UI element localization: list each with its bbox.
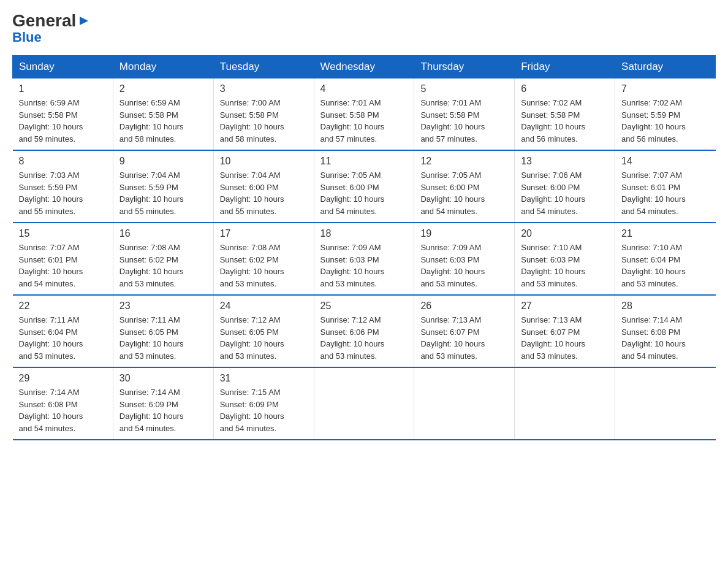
logo-blue: Blue <box>12 29 42 45</box>
calendar-cell: 22 Sunrise: 7:11 AM Sunset: 6:04 PM Dayl… <box>13 295 113 367</box>
calendar-cell: 2 Sunrise: 6:59 AM Sunset: 5:58 PM Dayli… <box>113 79 213 151</box>
calendar-cell: 21 Sunrise: 7:10 AM Sunset: 6:04 PM Dayl… <box>615 223 716 295</box>
day-number: 19 <box>420 228 508 239</box>
calendar-header-row: SundayMondayTuesdayWednesdayThursdayFrid… <box>13 56 716 79</box>
calendar-cell: 12 Sunrise: 7:05 AM Sunset: 6:00 PM Dayl… <box>414 150 515 223</box>
day-info: Sunrise: 7:09 AM Sunset: 6:03 PM Dayligh… <box>320 242 408 289</box>
day-number: 27 <box>521 301 609 312</box>
logo: General Blue <box>12 12 91 45</box>
day-info: Sunrise: 7:14 AM Sunset: 6:08 PM Dayligh… <box>621 314 709 362</box>
day-number: 26 <box>420 301 508 312</box>
calendar-cell: 26 Sunrise: 7:13 AM Sunset: 6:07 PM Dayl… <box>414 295 515 367</box>
calendar-cell: 16 Sunrise: 7:08 AM Sunset: 6:02 PM Dayl… <box>113 223 213 295</box>
page-header: General Blue <box>12 12 716 45</box>
week-row-5: 29 Sunrise: 7:14 AM Sunset: 6:08 PM Dayl… <box>13 367 716 440</box>
day-number: 2 <box>119 83 207 94</box>
header-thursday: Thursday <box>414 56 515 79</box>
day-number: 22 <box>19 301 107 312</box>
week-row-3: 15 Sunrise: 7:07 AM Sunset: 6:01 PM Dayl… <box>13 223 716 295</box>
day-number: 8 <box>19 156 107 167</box>
day-info: Sunrise: 7:05 AM Sunset: 6:00 PM Dayligh… <box>420 169 508 217</box>
calendar-cell <box>615 367 716 440</box>
day-info: Sunrise: 6:59 AM Sunset: 5:58 PM Dayligh… <box>119 97 207 145</box>
day-number: 9 <box>119 156 207 167</box>
calendar-cell: 5 Sunrise: 7:01 AM Sunset: 5:58 PM Dayli… <box>414 79 515 151</box>
day-number: 21 <box>621 228 709 239</box>
calendar-cell: 23 Sunrise: 7:11 AM Sunset: 6:05 PM Dayl… <box>113 295 213 367</box>
day-number: 17 <box>220 228 308 239</box>
day-number: 13 <box>521 156 609 167</box>
day-number: 11 <box>320 156 408 167</box>
calendar-cell <box>314 367 414 440</box>
day-info: Sunrise: 7:14 AM Sunset: 6:08 PM Dayligh… <box>19 386 107 434</box>
logo-triangle-icon <box>77 14 91 28</box>
day-info: Sunrise: 7:14 AM Sunset: 6:09 PM Dayligh… <box>119 386 207 434</box>
day-info: Sunrise: 6:59 AM Sunset: 5:58 PM Dayligh… <box>19 97 107 145</box>
day-number: 7 <box>621 83 709 94</box>
day-number: 4 <box>320 83 408 94</box>
day-info: Sunrise: 7:01 AM Sunset: 5:58 PM Dayligh… <box>320 97 408 145</box>
day-number: 18 <box>320 228 408 239</box>
calendar-cell: 29 Sunrise: 7:14 AM Sunset: 6:08 PM Dayl… <box>13 367 113 440</box>
day-info: Sunrise: 7:13 AM Sunset: 6:07 PM Dayligh… <box>420 314 508 362</box>
calendar-cell: 1 Sunrise: 6:59 AM Sunset: 5:58 PM Dayli… <box>13 79 113 151</box>
calendar-cell: 14 Sunrise: 7:07 AM Sunset: 6:01 PM Dayl… <box>615 150 716 223</box>
calendar-cell: 27 Sunrise: 7:13 AM Sunset: 6:07 PM Dayl… <box>515 295 615 367</box>
day-number: 10 <box>220 156 308 167</box>
header-saturday: Saturday <box>615 56 716 79</box>
header-tuesday: Tuesday <box>213 56 314 79</box>
header-friday: Friday <box>515 56 615 79</box>
day-info: Sunrise: 7:07 AM Sunset: 6:01 PM Dayligh… <box>19 242 107 289</box>
day-info: Sunrise: 7:12 AM Sunset: 6:06 PM Dayligh… <box>320 314 408 362</box>
day-number: 30 <box>119 373 207 384</box>
day-info: Sunrise: 7:00 AM Sunset: 5:58 PM Dayligh… <box>220 97 308 145</box>
day-info: Sunrise: 7:04 AM Sunset: 6:00 PM Dayligh… <box>220 169 308 217</box>
calendar-cell: 10 Sunrise: 7:04 AM Sunset: 6:00 PM Dayl… <box>213 150 314 223</box>
day-number: 14 <box>621 156 709 167</box>
day-info: Sunrise: 7:02 AM Sunset: 5:59 PM Dayligh… <box>621 97 709 145</box>
calendar-cell: 17 Sunrise: 7:08 AM Sunset: 6:02 PM Dayl… <box>213 223 314 295</box>
calendar-cell: 18 Sunrise: 7:09 AM Sunset: 6:03 PM Dayl… <box>314 223 414 295</box>
day-number: 29 <box>19 373 107 384</box>
week-row-1: 1 Sunrise: 6:59 AM Sunset: 5:58 PM Dayli… <box>13 79 716 151</box>
calendar-cell: 19 Sunrise: 7:09 AM Sunset: 6:03 PM Dayl… <box>414 223 515 295</box>
day-info: Sunrise: 7:09 AM Sunset: 6:03 PM Dayligh… <box>420 242 508 289</box>
day-info: Sunrise: 7:15 AM Sunset: 6:09 PM Dayligh… <box>220 386 308 434</box>
day-number: 1 <box>19 83 107 94</box>
logo-general: General <box>12 12 76 29</box>
header-wednesday: Wednesday <box>314 56 414 79</box>
day-number: 28 <box>621 301 709 312</box>
calendar-cell: 4 Sunrise: 7:01 AM Sunset: 5:58 PM Dayli… <box>314 79 414 151</box>
day-info: Sunrise: 7:11 AM Sunset: 6:05 PM Dayligh… <box>119 314 207 362</box>
header-sunday: Sunday <box>13 56 113 79</box>
calendar-cell: 15 Sunrise: 7:07 AM Sunset: 6:01 PM Dayl… <box>13 223 113 295</box>
calendar-cell: 20 Sunrise: 7:10 AM Sunset: 6:03 PM Dayl… <box>515 223 615 295</box>
calendar-cell <box>515 367 615 440</box>
calendar-cell: 24 Sunrise: 7:12 AM Sunset: 6:05 PM Dayl… <box>213 295 314 367</box>
day-info: Sunrise: 7:07 AM Sunset: 6:01 PM Dayligh… <box>621 169 709 217</box>
day-info: Sunrise: 7:13 AM Sunset: 6:07 PM Dayligh… <box>521 314 609 362</box>
day-info: Sunrise: 7:02 AM Sunset: 5:58 PM Dayligh… <box>521 97 609 145</box>
calendar-cell: 8 Sunrise: 7:03 AM Sunset: 5:59 PM Dayli… <box>13 150 113 223</box>
calendar-cell: 9 Sunrise: 7:04 AM Sunset: 5:59 PM Dayli… <box>113 150 213 223</box>
calendar-cell: 6 Sunrise: 7:02 AM Sunset: 5:58 PM Dayli… <box>515 79 615 151</box>
day-number: 25 <box>320 301 408 312</box>
day-info: Sunrise: 7:01 AM Sunset: 5:58 PM Dayligh… <box>420 97 508 145</box>
day-number: 31 <box>220 373 308 384</box>
day-number: 5 <box>420 83 508 94</box>
day-number: 16 <box>119 228 207 239</box>
day-info: Sunrise: 7:03 AM Sunset: 5:59 PM Dayligh… <box>19 169 107 217</box>
day-info: Sunrise: 7:10 AM Sunset: 6:04 PM Dayligh… <box>621 242 709 289</box>
header-monday: Monday <box>113 56 213 79</box>
day-number: 20 <box>521 228 609 239</box>
calendar-cell: 3 Sunrise: 7:00 AM Sunset: 5:58 PM Dayli… <box>213 79 314 151</box>
day-info: Sunrise: 7:05 AM Sunset: 6:00 PM Dayligh… <box>320 169 408 217</box>
calendar-cell: 28 Sunrise: 7:14 AM Sunset: 6:08 PM Dayl… <box>615 295 716 367</box>
calendar-cell: 7 Sunrise: 7:02 AM Sunset: 5:59 PM Dayli… <box>615 79 716 151</box>
day-info: Sunrise: 7:12 AM Sunset: 6:05 PM Dayligh… <box>220 314 308 362</box>
calendar-cell: 30 Sunrise: 7:14 AM Sunset: 6:09 PM Dayl… <box>113 367 213 440</box>
week-row-2: 8 Sunrise: 7:03 AM Sunset: 5:59 PM Dayli… <box>13 150 716 223</box>
day-info: Sunrise: 7:08 AM Sunset: 6:02 PM Dayligh… <box>119 242 207 289</box>
svg-marker-0 <box>80 17 88 25</box>
day-number: 6 <box>521 83 609 94</box>
